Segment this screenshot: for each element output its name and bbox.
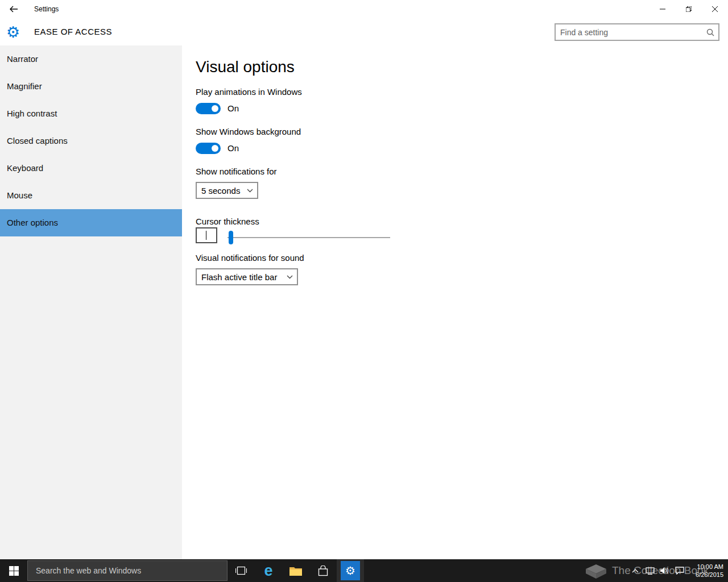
- cursor-caret: [206, 231, 206, 240]
- settings-gear-tile-icon: ⚙: [341, 561, 360, 580]
- visual-notifications-dropdown[interactable]: Flash active title bar: [196, 268, 298, 285]
- cursor-thickness-slider[interactable]: [228, 231, 390, 244]
- restore-icon: [686, 6, 692, 12]
- main-content: Visual options Play animations in Window…: [182, 45, 728, 559]
- settings-window: Settings ⚙ EASE OF ACCESS Narrator Magni…: [0, 0, 728, 582]
- find-setting-searchbox: [555, 23, 719, 41]
- taskbar-search-input[interactable]: [28, 566, 227, 575]
- task-view-icon: [235, 566, 247, 575]
- clock-date: 6/26/2015: [687, 571, 723, 579]
- page-category-title: EASE OF ACCESS: [34, 18, 112, 45]
- sidebar: Narrator Magnifier High contrast Closed …: [0, 45, 182, 559]
- window-controls: [650, 0, 728, 18]
- play-animations-label: Play animations in Windows: [196, 87, 302, 97]
- show-notifications-label: Show notifications for: [196, 167, 277, 176]
- chevron-down-icon: [247, 189, 253, 193]
- system-tray: 10:00 AM 6/26/2015: [628, 559, 728, 582]
- start-button[interactable]: [0, 559, 27, 582]
- sidebar-item-magnifier[interactable]: Magnifier: [0, 73, 182, 100]
- close-button[interactable]: [702, 0, 728, 18]
- sidebar-item-high-contrast[interactable]: High contrast: [0, 100, 182, 127]
- windows-logo-icon: [9, 566, 19, 576]
- clock-time: 10:00 AM: [687, 563, 723, 571]
- volume-icon[interactable]: [657, 559, 672, 582]
- show-background-toggle[interactable]: [196, 143, 221, 154]
- window-title: Settings: [34, 0, 59, 18]
- play-animations-state: On: [228, 103, 239, 114]
- cursor-thickness-preview: [196, 227, 217, 243]
- taskbar: e ⚙ 10:00 AM 6/26/2015: [0, 559, 728, 582]
- store-bag-icon: [318, 566, 328, 576]
- edge-icon: e: [264, 563, 272, 579]
- taskbar-clock[interactable]: 10:00 AM 6/26/2015: [687, 563, 728, 579]
- show-background-label: Show Windows background: [196, 127, 301, 136]
- edge-button[interactable]: e: [255, 559, 282, 582]
- back-arrow-icon: [9, 6, 18, 13]
- visual-notifications-label: Visual notifications for sound: [196, 253, 304, 263]
- folder-icon: [289, 566, 302, 576]
- toggle-knob: [212, 145, 218, 152]
- page-title: Visual options: [196, 58, 295, 76]
- network-icon[interactable]: [643, 559, 657, 582]
- cursor-thickness-label: Cursor thickness: [196, 217, 259, 226]
- task-view-button[interactable]: [228, 559, 255, 582]
- minimize-button[interactable]: [650, 0, 676, 18]
- sidebar-item-other-options[interactable]: Other options: [0, 209, 182, 236]
- slider-thumb[interactable]: [229, 231, 233, 244]
- toggle-knob: [212, 105, 218, 112]
- action-center-icon[interactable]: [672, 559, 687, 582]
- dropdown-value: 5 seconds: [197, 186, 247, 196]
- search-icon[interactable]: [706, 28, 714, 36]
- tray-chevron-up-icon[interactable]: [628, 559, 643, 582]
- show-background-state: On: [228, 143, 239, 154]
- taskbar-search-box: [27, 560, 228, 581]
- settings-gear-icon: ⚙: [6, 18, 20, 45]
- titlebar: Settings: [0, 0, 728, 18]
- header: ⚙ EASE OF ACCESS: [0, 18, 728, 45]
- dropdown-value: Flash active title bar: [197, 272, 287, 282]
- play-animations-toggle[interactable]: [196, 103, 221, 114]
- back-button[interactable]: [0, 0, 27, 18]
- notification-duration-dropdown[interactable]: 5 seconds: [196, 182, 258, 199]
- sidebar-item-mouse[interactable]: Mouse: [0, 182, 182, 209]
- sidebar-item-closed-captions[interactable]: Closed captions: [0, 127, 182, 155]
- settings-app-button[interactable]: ⚙: [337, 559, 364, 582]
- sidebar-item-keyboard[interactable]: Keyboard: [0, 155, 182, 182]
- search-input[interactable]: [556, 28, 706, 37]
- close-icon: [712, 6, 718, 12]
- chevron-down-icon: [287, 275, 293, 279]
- slider-track: [228, 237, 390, 238]
- restore-button[interactable]: [676, 0, 702, 18]
- file-explorer-button[interactable]: [282, 559, 309, 582]
- sidebar-item-narrator[interactable]: Narrator: [0, 45, 182, 73]
- store-button[interactable]: [309, 559, 337, 582]
- minimize-icon: [660, 6, 665, 12]
